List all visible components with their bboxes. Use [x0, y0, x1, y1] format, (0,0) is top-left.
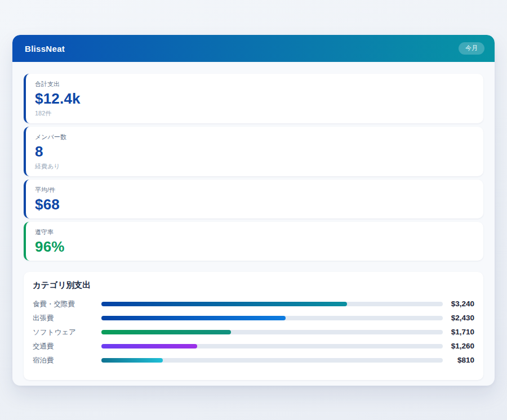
category-section-title: カテゴリ別支出	[33, 281, 474, 289]
bar-fill	[101, 330, 231, 334]
category-value: $2,430	[443, 314, 474, 322]
stat-label: メンバー数	[35, 134, 474, 140]
category-value: $1,260	[443, 342, 474, 350]
stat-card-member-count: メンバー数 8 経費あり	[24, 127, 483, 176]
category-row: ソフトウェア $1,710	[33, 325, 474, 339]
stat-card-total-spend: 合計支出 $12.4k 182件	[24, 74, 483, 123]
category-label: 宿泊費	[33, 357, 101, 364]
bar-track	[101, 316, 443, 320]
bar-track	[101, 330, 443, 334]
period-filter-badge[interactable]: 今月	[459, 42, 484, 54]
category-value: $1,710	[443, 328, 474, 336]
bar-fill	[101, 358, 163, 363]
stat-subtext: 経費あり	[35, 163, 474, 169]
category-value: $3,240	[443, 300, 474, 308]
stat-card-compliance-rate: 遵守率 96%	[24, 222, 483, 261]
category-rows: 食費・交際費 $3,240 出張費 $2,430 ソフトウェア $1,710 交…	[33, 297, 474, 368]
stat-value: 96%	[35, 239, 474, 254]
app-title: BlissNeat	[25, 44, 65, 53]
dashboard-content: 合計支出 $12.4k 182件 メンバー数 8 経費あり 平均/件 $68 遵…	[12, 62, 495, 380]
bar-track	[101, 358, 443, 363]
bar-fill	[101, 344, 197, 348]
stat-value: 8	[35, 144, 474, 159]
stat-label: 合計支出	[35, 81, 474, 87]
stat-card-average-per-item: 平均/件 $68	[24, 180, 483, 218]
category-label: 食費・交際費	[33, 301, 101, 308]
category-row: 食費・交際費 $3,240	[33, 297, 474, 311]
stat-subtext: 182件	[35, 110, 474, 117]
stat-value: $12.4k	[35, 91, 474, 106]
bar-fill	[101, 316, 286, 320]
stat-label: 平均/件	[35, 187, 474, 193]
category-row: 交通費 $1,260	[33, 339, 474, 354]
app-header: BlissNeat 今月	[12, 35, 495, 62]
stat-value: $68	[35, 197, 474, 212]
category-row: 宿泊費 $810	[33, 354, 474, 368]
category-label: 交通費	[33, 343, 101, 350]
dashboard-panel: BlissNeat 今月 合計支出 $12.4k 182件 メンバー数 8 経費…	[12, 35, 495, 386]
category-value: $810	[443, 356, 474, 364]
bar-track	[101, 302, 443, 306]
bar-fill	[101, 302, 347, 306]
bar-track	[101, 344, 443, 348]
category-breakdown-card: カテゴリ別支出 食費・交際費 $3,240 出張費 $2,430 ソフトウェア …	[24, 272, 483, 380]
category-row: 出張費 $2,430	[33, 311, 474, 325]
category-label: 出張費	[33, 315, 101, 322]
category-label: ソフトウェア	[33, 329, 101, 336]
stat-label: 遵守率	[35, 229, 474, 235]
